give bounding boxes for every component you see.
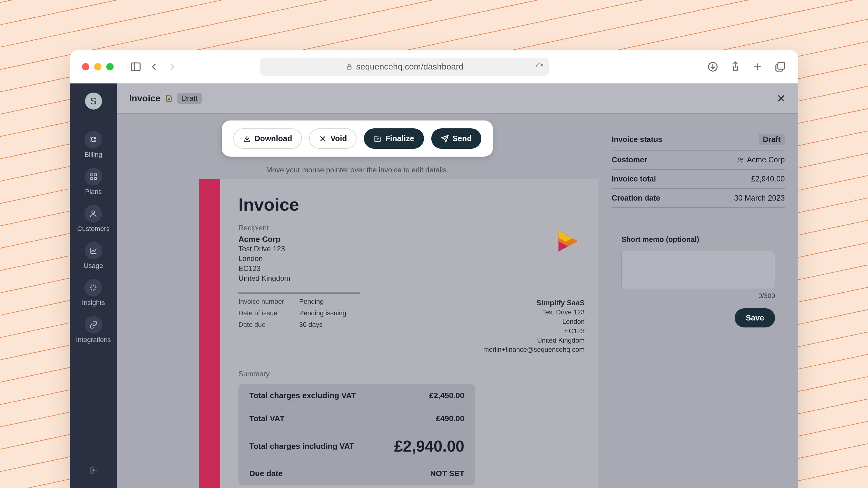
lock-icon — [346, 63, 352, 70]
sender-postcode: EC123 — [483, 327, 585, 336]
panel-customer-value[interactable]: Acme Corp — [747, 155, 785, 164]
sidebar-item-usage[interactable]: Usage — [84, 242, 103, 270]
summary-incvat-label: Total charges including VAT — [249, 442, 354, 451]
sidebar-label: Plans — [85, 188, 102, 196]
integrations-icon — [89, 321, 98, 329]
svg-line-29 — [95, 289, 96, 290]
finalize-label: Finalize — [385, 134, 414, 143]
sidebar-item-customers[interactable]: Customers — [77, 205, 109, 233]
download-button[interactable]: Download — [233, 128, 302, 149]
send-button[interactable]: Send — [431, 128, 482, 149]
app-shell: S Billing Plans Customers Usage — [70, 84, 798, 488]
svg-point-9 — [91, 137, 92, 139]
avatar[interactable]: S — [85, 93, 102, 109]
actions-bar: Download Void Finalize Send — [222, 121, 493, 157]
sender-city: London — [483, 317, 585, 327]
logout-button[interactable] — [89, 465, 98, 476]
panel-created-row: Creation date 30 March 2023 — [612, 189, 785, 208]
svg-rect-17 — [91, 174, 93, 176]
recipient-line1: Test Drive 123 — [239, 244, 290, 254]
svg-point-10 — [94, 137, 96, 139]
tabs-icon[interactable] — [774, 61, 786, 72]
finalize-button[interactable]: Finalize — [364, 128, 424, 149]
browser-window: sequencehq.com/dashboard S Billing — [70, 50, 798, 488]
invoice-document[interactable]: Invoice Recipient Acme Corp Test Drive 1… — [199, 179, 598, 488]
recipient-block: Recipient Acme Corp Test Drive 123 Londo… — [239, 224, 290, 284]
meta-issue-value: Pending issuing — [299, 309, 390, 317]
sidebar-item-integrations[interactable]: Integrations — [76, 316, 111, 344]
panel-customer-label: Customer — [612, 155, 647, 164]
maximize-window-icon[interactable] — [106, 63, 114, 70]
status-badge: Draft — [177, 93, 202, 104]
sidebar-label: Insights — [82, 299, 105, 307]
panel-total-label: Invoice total — [612, 174, 656, 183]
void-button[interactable]: Void — [309, 128, 356, 149]
chrome-actions — [707, 61, 786, 72]
panel-total-value: £2,940.00 — [751, 174, 785, 183]
share-icon[interactable] — [730, 61, 741, 72]
browser-chrome: sequencehq.com/dashboard — [70, 50, 798, 84]
insights-icon — [89, 284, 97, 292]
panel-total-row: Invoice total £2,940.00 — [612, 170, 785, 189]
details-panel: Invoice status Draft Customer Acme Corp … — [598, 114, 798, 488]
customers-icon — [89, 209, 97, 218]
recipient-name: Acme Corp — [239, 235, 290, 244]
svg-point-43 — [741, 158, 743, 160]
page-header: Invoice Draft — [117, 84, 798, 114]
sidebar-item-plans[interactable]: Plans — [85, 168, 102, 196]
void-label: Void — [331, 134, 347, 143]
close-button[interactable] — [776, 94, 786, 103]
new-tab-icon[interactable] — [752, 61, 764, 72]
panel-status-row: Invoice status Draft — [612, 129, 785, 151]
page-title: Invoice — [129, 93, 160, 103]
refresh-icon[interactable] — [535, 63, 543, 71]
summary-exvat-value: £2,450.00 — [429, 391, 464, 400]
svg-rect-8 — [778, 62, 784, 69]
sidebar-toggle-icon[interactable] — [130, 61, 142, 72]
sidebar-label: Customers — [77, 225, 109, 233]
svg-point-21 — [92, 211, 95, 214]
forward-icon[interactable] — [166, 61, 178, 72]
save-button[interactable]: Save — [735, 308, 775, 327]
main-content: Invoice Draft Download Void — [117, 84, 798, 488]
svg-line-28 — [91, 286, 92, 287]
sender-block: Simplify SaaS Test Drive 123 London EC12… — [483, 298, 585, 355]
billing-icon — [89, 135, 97, 144]
memo-label: Short memo (optional) — [612, 235, 785, 244]
meta-due-label: Date due — [239, 321, 299, 329]
recipient-postcode: EC123 — [239, 264, 290, 273]
finalize-icon — [374, 135, 381, 143]
download-icon — [243, 135, 251, 143]
panel-created-value: 30 March 2023 — [734, 194, 785, 202]
sidebar-label: Integrations — [76, 336, 111, 344]
summary-label: Summary — [239, 370, 585, 378]
minimize-window-icon[interactable] — [94, 63, 101, 70]
sender-name: Simplify SaaS — [483, 298, 585, 308]
sender-email: merlin+finance@sequencehq.com — [483, 345, 585, 355]
avatar-initial: S — [90, 96, 97, 107]
window-controls — [82, 63, 114, 70]
meta-due-value: 30 days — [299, 321, 390, 329]
sidebar-label: Billing — [85, 151, 102, 159]
plans-icon — [89, 172, 98, 181]
panel-status-label: Invoice status — [612, 135, 662, 144]
document-icon — [165, 94, 173, 103]
panel-status-value: Draft — [759, 134, 785, 145]
recipient-city: London — [239, 254, 290, 263]
close-window-icon[interactable] — [82, 63, 89, 70]
svg-line-30 — [91, 289, 92, 290]
url-bar[interactable]: sequencehq.com/dashboard — [260, 58, 549, 76]
svg-point-11 — [91, 141, 92, 142]
summary-box: Total charges excluding VAT £2,450.00 To… — [239, 384, 475, 485]
download-label: Download — [254, 134, 292, 143]
sender-line1: Test Drive 123 — [483, 308, 585, 317]
back-icon[interactable] — [148, 61, 160, 72]
sidebar-item-billing[interactable]: Billing — [85, 131, 102, 159]
sidebar-item-insights[interactable]: Insights — [82, 279, 105, 307]
download-browser-icon[interactable] — [707, 61, 719, 72]
logout-icon — [89, 465, 98, 475]
memo-input[interactable] — [621, 251, 775, 289]
send-icon — [441, 135, 449, 143]
meta-number-value: Pending — [299, 298, 390, 305]
svg-rect-2 — [347, 66, 351, 69]
